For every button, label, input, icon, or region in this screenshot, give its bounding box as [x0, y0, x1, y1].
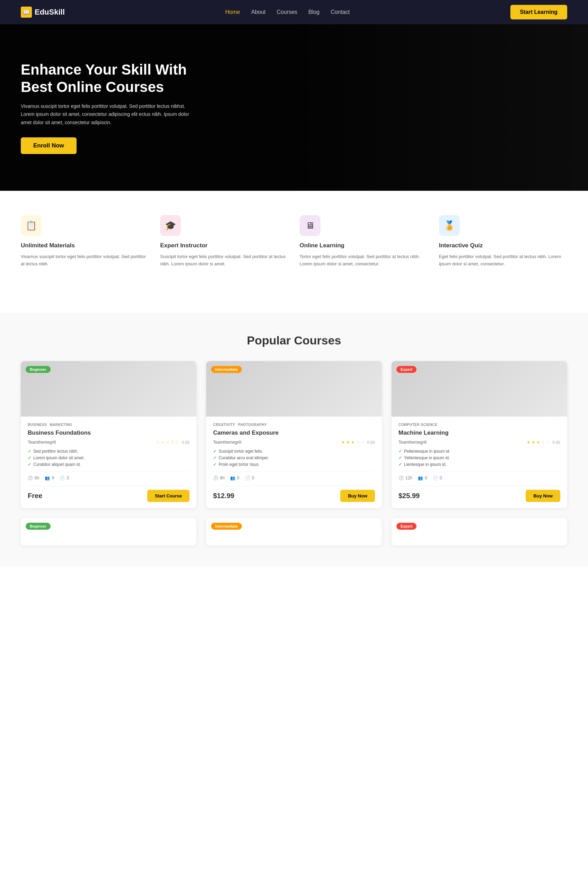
duration-text: 8h — [220, 476, 225, 480]
clock-icon: 🕐 — [213, 476, 218, 480]
nav-blog[interactable]: Blog — [308, 9, 320, 15]
hero-description: Vivamus suscipit tortor eget felis portt… — [21, 102, 194, 127]
spacer-1 — [0, 292, 588, 313]
badge-intermediate: Intermediate — [211, 366, 242, 373]
review-count-business: 0 (0) — [182, 440, 189, 444]
course-price-ml: $25.99 — [399, 492, 420, 500]
badge-row2-3: Expert — [396, 523, 417, 530]
course-stars-ml: ★ ★ ★ ☆ ☆ 0 (0) — [526, 440, 560, 445]
check-text-3: Curabitur aliquet quam id. — [33, 462, 81, 467]
course-tag-business: BUSINESS — [28, 423, 47, 427]
course-footer-ml: $25.99 Buy Now — [399, 486, 560, 502]
course-thumb-ml: Expert — [392, 361, 567, 417]
course-thumb-cameras: Intermediate — [206, 361, 382, 417]
students-icon: 👥 — [418, 476, 423, 480]
nav-about[interactable]: About — [251, 9, 266, 15]
features-section: 📋 Unlimited Materials Vivamus suscipit t… — [0, 191, 588, 292]
star-2: ★ — [531, 440, 536, 445]
star-2: ★ — [346, 440, 350, 445]
star-1: ★ — [526, 440, 531, 445]
students-text: 0 — [425, 476, 427, 480]
students-icon: 👥 — [45, 476, 50, 480]
course-card-cameras: Intermediate CREATIVITY PHOTOGRAPHY Came… — [206, 361, 382, 508]
interactive-quiz-title: Interactive Quiz — [439, 242, 567, 249]
check-text-3: Lientesque in ipsum id. — [404, 462, 447, 467]
course-meta-ml: 🕐 12h 👥 0 📄 0 — [399, 472, 560, 480]
check-icon-2: ✓ — [213, 455, 216, 460]
check-icon-1: ✓ — [213, 449, 216, 454]
course-name-cameras: Cameras and Exposure — [213, 429, 375, 436]
review-count-ml: 0 (0) — [552, 440, 560, 444]
star-1: ★ — [341, 440, 345, 445]
check-text-2: Yellentesque in ipsum id. — [404, 455, 450, 460]
check-1-ml: ✓ Pellentesque in ipsum id. — [399, 449, 560, 454]
lessons-text: 0 — [252, 476, 254, 480]
navbar: 📖 EduSkill Home About Courses Blog Conta… — [0, 0, 588, 24]
meta-lessons-cameras: 📄 0 — [245, 476, 254, 480]
course-card-small-1: Beginner — [21, 518, 196, 546]
course-card-business-foundations: Beginner BUSINESS MARKETING Business Fou… — [21, 361, 196, 508]
course-body-business: BUSINESS MARKETING Business Foundations … — [21, 417, 196, 508]
buy-now-button-cameras[interactable]: Buy Now — [340, 490, 375, 502]
course-card-ml: Expert COMPUTER SCIENCE Machine Learning… — [392, 361, 567, 508]
star-3: ★ — [351, 440, 355, 445]
nav-home[interactable]: Home — [225, 9, 240, 15]
start-learning-button[interactable]: Start Learning — [510, 5, 567, 20]
popular-courses-section: Popular Courses Beginner BUSINESS MARKET… — [0, 313, 588, 566]
logo-icon: 📖 — [21, 7, 32, 18]
course-meta-cameras: 🕐 8h 👥 0 📄 0 — [213, 472, 375, 480]
students-icon: 👥 — [230, 476, 235, 480]
course-price-business: Free — [28, 492, 42, 500]
meta-duration-ml: 🕐 12h — [399, 476, 412, 480]
star-2: ☆ — [161, 440, 165, 445]
course-tag-photography: PHOTOGRAPHY — [238, 423, 267, 427]
course-footer-cameras: $12.99 Buy Now — [213, 486, 375, 502]
online-learning-icon: 🖥 — [300, 215, 321, 236]
start-course-button[interactable]: Start Course — [147, 490, 189, 502]
nav-courses[interactable]: Courses — [277, 9, 298, 15]
check-2-ml: ✓ Yellentesque in ipsum id. — [399, 455, 560, 460]
unlimited-materials-desc: Vivamus suscipit tortor eget felis portt… — [21, 253, 149, 268]
expert-instructor-icon: 🎓 — [160, 215, 181, 236]
badge-row2-2: Intermediate — [211, 523, 242, 530]
star-5: ☆ — [546, 440, 550, 445]
check-1-business: ✓ Sed porttitor lectus nibh. — [28, 449, 189, 454]
star-4: ☆ — [171, 440, 174, 445]
check-icon-3: ✓ — [213, 462, 216, 467]
lessons-icon: 📄 — [60, 476, 65, 480]
feature-interactive-quiz: 🏅 Interactive Quiz Eget felis porttitor … — [439, 215, 567, 268]
lessons-text: 0 — [440, 476, 442, 480]
course-tag-marketing: MARKETING — [50, 423, 72, 427]
review-count-cameras: 0 (0) — [367, 440, 375, 444]
check-3-cameras: ✓ Proin eget tortor risus. — [213, 462, 375, 467]
duration-text: 12h — [405, 476, 412, 480]
meta-duration-business: 🕐 6h — [28, 476, 39, 480]
check-text-1: Suscipit tortor eget felis. — [219, 449, 263, 454]
course-tags-cameras: CREATIVITY PHOTOGRAPHY — [213, 423, 375, 427]
buy-now-button-ml[interactable]: Buy Now — [526, 490, 560, 502]
check-1-cameras: ✓ Suscipit tortor eget felis. — [213, 449, 375, 454]
course-checks-business: ✓ Sed porttitor lectus nibh. ✓ Lorem ips… — [28, 449, 189, 467]
unlimited-materials-title: Unlimited Materials — [21, 242, 149, 249]
course-author-row-business: Teamthemegrill ☆ ☆ ☆ ☆ ☆ 0 (0) — [28, 440, 189, 445]
nav-contact[interactable]: Contact — [330, 9, 350, 15]
course-price-cameras: $12.99 — [213, 492, 234, 500]
course-thumb-inner-ml — [392, 361, 567, 417]
meta-students-ml: 👥 0 — [418, 476, 427, 480]
course-card-small-3: Expert — [392, 518, 567, 546]
course-stars-business: ☆ ☆ ☆ ☆ ☆ 0 (0) — [156, 440, 189, 445]
check-text-1: Pellentesque in ipsum id. — [404, 449, 450, 454]
course-author-row-ml: Teamthemegrill ★ ★ ★ ☆ ☆ 0 (0) — [399, 440, 560, 445]
logo[interactable]: 📖 EduSkill — [21, 7, 65, 18]
course-body-ml: COMPUTER SCIENCE Machine Learning Teamth… — [392, 417, 567, 508]
meta-lessons-business: 📄 3 — [60, 476, 69, 480]
online-learning-title: Online Learning — [300, 242, 428, 249]
clock-icon: 🕐 — [399, 476, 404, 480]
meta-lessons-ml: 📄 0 — [433, 476, 442, 480]
course-author-ml: Teamthemegrill — [399, 440, 426, 445]
hero-title: Enhance Your Skill With Best Online Cour… — [21, 61, 194, 96]
enroll-now-button[interactable]: Enroll Now — [21, 137, 76, 154]
check-icon-2: ✓ — [28, 455, 31, 460]
hero-section: Enhance Your Skill With Best Online Cour… — [0, 24, 588, 191]
course-name-ml: Machine Learning — [399, 429, 560, 436]
